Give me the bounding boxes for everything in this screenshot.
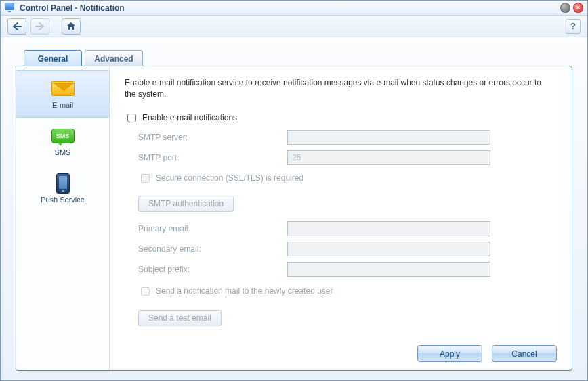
intro-text: Enable e-mail notification service to re… bbox=[125, 77, 545, 101]
smtp-server-input[interactable] bbox=[287, 130, 490, 145]
send-new-user-label: Send a notification mail to the newly cr… bbox=[156, 286, 333, 296]
smtp-port-row: SMTP port: bbox=[138, 150, 557, 165]
sidenav-item-sms-label: SMS bbox=[55, 148, 71, 156]
email-icon bbox=[51, 79, 75, 98]
tab-advanced[interactable]: Advanced bbox=[85, 50, 143, 66]
enable-email-label: Enable e-mail notifications bbox=[142, 113, 237, 122]
send-new-user-checkbox[interactable] bbox=[141, 287, 150, 296]
smtp-port-input[interactable] bbox=[287, 150, 490, 165]
smtp-server-label: SMTP server: bbox=[138, 133, 287, 142]
ssl-label: Secure connection (SSL/TLS) is required bbox=[156, 173, 303, 183]
minimize-button[interactable] bbox=[560, 3, 570, 13]
subject-prefix-label: Subject prefix: bbox=[138, 265, 287, 274]
home-button[interactable] bbox=[62, 18, 81, 35]
smtp-server-row: SMTP server: bbox=[138, 130, 557, 145]
sidenav-item-push[interactable]: Push Service bbox=[16, 165, 109, 212]
cancel-button[interactable]: Cancel bbox=[492, 345, 557, 362]
ssl-checkbox[interactable] bbox=[141, 174, 150, 183]
arrow-left-icon bbox=[12, 22, 22, 30]
home-icon bbox=[66, 22, 76, 30]
smtp-auth-label: SMTP authentication bbox=[148, 199, 224, 208]
window: Control Panel - Notification ? bbox=[0, 0, 588, 381]
tabpanel: E-mail SMS SMS Push Service Enable e bbox=[16, 66, 572, 371]
close-button[interactable] bbox=[573, 3, 583, 13]
primary-email-label: Primary email: bbox=[138, 224, 287, 233]
send-test-email-button[interactable]: Send a test email bbox=[138, 310, 222, 326]
sidenav-item-sms[interactable]: SMS SMS bbox=[16, 118, 109, 165]
tab-general-label: General bbox=[38, 54, 68, 64]
sidenav-item-email[interactable]: E-mail bbox=[16, 70, 109, 118]
sidenav-item-email-label: E-mail bbox=[52, 101, 73, 109]
subject-prefix-row: Subject prefix: bbox=[138, 262, 557, 277]
secondary-email-row: Secondary email: bbox=[138, 242, 557, 256]
titlebar: Control Panel - Notification bbox=[1, 1, 587, 16]
sidenav-item-push-label: Push Service bbox=[41, 196, 85, 204]
toolbar: ? bbox=[1, 16, 587, 37]
ssl-row[interactable]: Secure connection (SSL/TLS) is required bbox=[138, 172, 557, 185]
cancel-label: Cancel bbox=[511, 349, 537, 359]
primary-email-row: Primary email: bbox=[138, 221, 557, 236]
window-title: Control Panel - Notification bbox=[20, 3, 560, 13]
smtp-auth-button[interactable]: SMTP authentication bbox=[138, 196, 234, 212]
form-area: Enable e-mail notification service to re… bbox=[110, 66, 572, 370]
enable-email-checkbox[interactable] bbox=[127, 114, 136, 122]
sms-icon: SMS bbox=[51, 127, 75, 145]
tab-advanced-label: Advanced bbox=[94, 54, 133, 64]
apply-button[interactable]: Apply bbox=[417, 345, 482, 362]
secondary-email-input[interactable] bbox=[287, 242, 490, 256]
smtp-port-label: SMTP port: bbox=[138, 153, 287, 162]
tab-general[interactable]: General bbox=[24, 50, 82, 66]
arrow-right-icon bbox=[35, 22, 45, 30]
primary-email-input[interactable] bbox=[287, 221, 490, 236]
footer: Apply Cancel bbox=[125, 338, 557, 362]
apply-label: Apply bbox=[440, 349, 460, 359]
forward-button[interactable] bbox=[30, 18, 49, 35]
phone-icon bbox=[51, 174, 75, 193]
send-new-user-row[interactable]: Send a notification mail to the newly cr… bbox=[138, 285, 557, 298]
back-button[interactable] bbox=[7, 18, 26, 35]
help-icon: ? bbox=[570, 21, 576, 31]
subject-prefix-input[interactable] bbox=[287, 262, 490, 277]
app-icon bbox=[5, 3, 16, 14]
send-test-email-label: Send a test email bbox=[148, 313, 211, 323]
secondary-email-label: Secondary email: bbox=[138, 244, 287, 254]
body: General Advanced E-mail SMS SM bbox=[1, 37, 587, 380]
enable-email-row[interactable]: Enable e-mail notifications bbox=[125, 112, 557, 125]
help-button[interactable]: ? bbox=[566, 19, 581, 34]
sidenav: E-mail SMS SMS Push Service bbox=[16, 66, 110, 370]
tabstrip: General Advanced bbox=[16, 49, 572, 66]
